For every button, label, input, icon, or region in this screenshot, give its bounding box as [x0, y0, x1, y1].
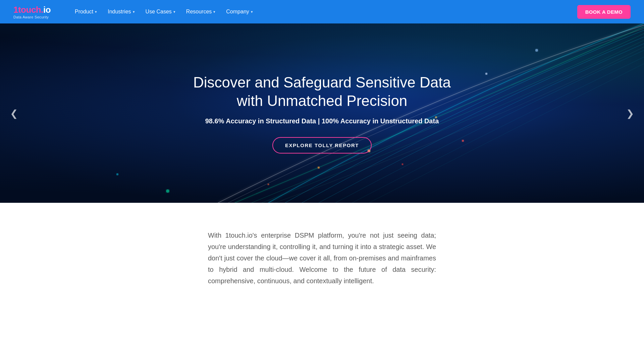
svg-point-3	[268, 184, 269, 185]
nav-item-industries[interactable]: Industries ▾	[104, 6, 139, 17]
nav-item-company[interactable]: Company ▾	[222, 6, 257, 17]
hero-content: Discover and Safeguard Sensitive Datawit…	[180, 73, 464, 154]
hero-title: Discover and Safeguard Sensitive Datawit…	[193, 73, 451, 110]
explore-tolly-report-button[interactable]: EXPLORE TOLLY REPORT	[272, 137, 372, 154]
header: 1touch.io Data Aware Security Product ▾ …	[0, 0, 644, 23]
chevron-down-icon: ▾	[213, 10, 215, 14]
logo-tagline: Data Aware Security	[13, 15, 51, 19]
content-body: With 1touch.io's enterprise DSPM platfor…	[208, 230, 436, 287]
main-nav: Product ▾ Industries ▾ Use Cases ▾ Resou…	[71, 6, 577, 17]
nav-item-resources[interactable]: Resources ▾	[182, 6, 219, 17]
svg-point-1	[318, 167, 320, 169]
logo-main: 1touch.	[13, 5, 43, 15]
hero-subtitle: 98.6% Accuracy in Structured Data | 100%…	[193, 117, 451, 125]
chevron-down-icon: ▾	[95, 10, 97, 14]
chevron-down-icon: ▾	[173, 10, 175, 14]
svg-point-5	[535, 49, 538, 52]
chevron-down-icon: ▾	[251, 10, 253, 14]
logo-text: 1touch.io	[13, 5, 51, 15]
svg-point-6	[166, 189, 169, 193]
content-section: With 1touch.io's enterprise DSPM platfor…	[0, 203, 644, 313]
carousel-next-button[interactable]: ❯	[623, 104, 637, 122]
nav-item-use-cases[interactable]: Use Cases ▾	[142, 6, 179, 17]
chevron-down-icon: ▾	[133, 10, 135, 14]
carousel-prev-button[interactable]: ❮	[7, 104, 21, 122]
nav-item-product[interactable]: Product ▾	[71, 6, 101, 17]
logo[interactable]: 1touch.io Data Aware Security	[13, 5, 51, 19]
logo-io: io	[43, 5, 51, 15]
hero-section: ❮ Discover and Safeguard Sensitive Dataw…	[0, 23, 644, 203]
svg-point-7	[116, 173, 118, 175]
svg-point-4	[485, 73, 487, 75]
svg-point-9	[402, 164, 404, 165]
book-demo-button[interactable]: BOOK A DEMO	[577, 5, 631, 19]
